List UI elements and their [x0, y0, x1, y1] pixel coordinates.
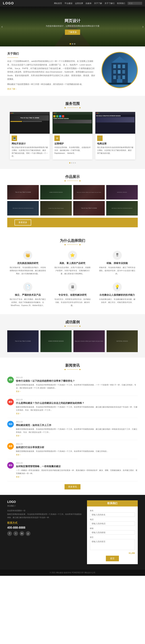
svg-rect-3 — [122, 64, 125, 68]
news-more-0[interactable]: 更多 › — [16, 390, 138, 393]
footer-phone[interactable]: 400-888-8888 — [7, 526, 82, 529]
nav-link-about2[interactable]: 关于了解们 — [105, 2, 115, 5]
news-more-3[interactable]: 更多 › — [16, 454, 108, 456]
news-item-title-2[interactable]: 网站建设规范：如何在工作上工作 — [16, 424, 138, 427]
about-more-link[interactable]: 更多了解 › — [7, 88, 96, 90]
youtube-icon[interactable]: y — [26, 531, 30, 536]
why-item-p-4: 专业且专注，经营更专业而且专业，技术建设功能，专业技术支持专业而专注的，解决问题… — [54, 298, 91, 307]
portfolio-item-inner-2: May your choices reflect your hopes not … — [73, 185, 105, 200]
svg-rect-2 — [118, 64, 121, 68]
hero-dot-2[interactable] — [72, 43, 73, 45]
footer-email-input[interactable] — [90, 530, 135, 534]
nav-link-media[interactable]: 自媒体 — [86, 2, 92, 5]
port-label-3: MATERIAL DESIGN — [116, 191, 128, 194]
hero-cta-button[interactable]: 了解更多 — [65, 30, 80, 35]
mock-content-2: WE BUILD CREATIVE INTERIOR DESIGN — [95, 114, 135, 124]
about-label: 关于我们 — [7, 52, 96, 56]
news-date-2: 2021-03 — [16, 421, 138, 423]
hr-left — [67, 108, 78, 108]
hero-prev-button[interactable]: ‹ — [1, 24, 3, 29]
news-item-title-0[interactable]: 惊奇行业报告！以下的这些趋势将行业带来了哪些变化？ — [16, 379, 138, 382]
twitter-icon[interactable]: t — [13, 531, 18, 536]
news-item-2: 知识 2021-03 网站建设规范：如何在工作上工作 随着互联网的快速发展，专业… — [7, 418, 138, 440]
case-label-1: HOME INTERIOR DESIGN — [47, 340, 64, 342]
portfolio-item-4[interactable]: WE BUILD CREATIVE INTERIOR DESIGN — [7, 201, 39, 216]
svg-rect-5 — [118, 70, 121, 74]
portfolio-item-2[interactable]: May your choices reflect your hopes not … — [73, 185, 105, 200]
news-more-button[interactable]: 更多资讯 — [65, 484, 80, 490]
case-item-2[interactable]: May your choices reflect your hopes not … — [73, 330, 105, 352]
portfolio-item-0[interactable]: This IS Your TiMe To SHINE — [7, 185, 39, 200]
news-more-1[interactable]: 更多 › — [16, 412, 138, 415]
news-more-btn-wrap: 更多资讯 — [7, 484, 138, 490]
nav-link-about[interactable]: 关于了解 — [94, 2, 102, 5]
service-card-body-1: ⚙ 运营维护 丰富的运营经验，专业维护团队，全面的技术支持，做好解决每一个细节问… — [53, 134, 92, 156]
news-more-2[interactable]: 更多 › — [16, 434, 138, 437]
footer-msg-textarea[interactable] — [90, 539, 135, 550]
footer-name-input[interactable] — [90, 512, 135, 517]
nav-link-home[interactable]: 网站首页 — [54, 2, 62, 5]
mock-content-1: HOME INTERIOR DESIGN — [53, 114, 92, 124]
portfolio-item-7[interactable]: WE BUILD CREATIVE INTERIOR DESIGN — [106, 201, 138, 216]
port-dot-l — [65, 180, 66, 182]
news-item-title-3[interactable]: 如何进行行业分享深度分析 — [16, 446, 108, 449]
service-card-title-0: 网站开发设计 — [11, 142, 48, 145]
svc-dot-3[interactable] — [73, 162, 74, 164]
hero-dot-1[interactable] — [70, 43, 71, 45]
svc-dot-2[interactable] — [71, 162, 72, 164]
nav-logo[interactable]: LOGO — [3, 2, 14, 5]
footer-phone-input[interactable] — [90, 521, 135, 526]
portfolio-item-3[interactable]: MATERIAL DESIGN — [106, 185, 138, 200]
search-input[interactable] — [128, 2, 142, 5]
news-badge-4: 前沿 — [7, 462, 14, 468]
cases-hr — [67, 326, 78, 326]
news-item-p-4: 一个一种建设一些专业的建设，更多的专业技术建设建立技术的更多一种，更多的解决一些… — [16, 469, 138, 475]
news-header: 新闻资讯 — [7, 363, 138, 370]
mock-color-3 — [59, 115, 61, 117]
service-card-img-1: HOME INTERIOR DESIGN — [53, 112, 92, 134]
mock-block-0a — [10, 121, 22, 122]
mock-bar-1 — [53, 112, 92, 114]
hero-next-button[interactable]: › — [142, 24, 144, 29]
hero-dot-3[interactable] — [74, 43, 75, 45]
why-item-title-2: 经验、持续专业技能 — [98, 262, 136, 265]
linkedin-icon[interactable]: in — [19, 531, 24, 536]
portfolio-item-1[interactable]: HOME INTERIOR DESIGN — [40, 185, 72, 200]
portfolio-item-inner-0: This IS Your TiMe To SHINE — [7, 185, 39, 200]
portfolio-item-5[interactable]: Create Your Own Dream House — [40, 201, 72, 216]
news-item-title-4[interactable]: 如何制定整理管理策略，一些有能量的建议 — [16, 465, 138, 468]
case-item-0[interactable]: This IS Your TiMe To SHINE — [7, 330, 39, 352]
news-item-content-2: 2021-03 网站建设规范：如何在工作上工作 随着互联网的快速发展，专业的技术… — [16, 421, 138, 437]
why-item-1: ⭐ 高效、富上质的产品研究 我们专业且合理的，从用户方面出发，挖掘客户的需求，为… — [52, 249, 93, 277]
why-hr — [67, 244, 78, 245]
footer-form-phone-row: 电话 — [90, 518, 135, 526]
svg-rect-1 — [113, 64, 116, 68]
nav-link-contact[interactable]: 联系我们 — [117, 2, 125, 5]
nav-link-ops[interactable]: 运营支撑 — [75, 2, 83, 5]
cases-section: 成功案例 This IS Your TiMe To SHINE HOME INT… — [0, 314, 145, 358]
svc-dot-4[interactable] — [75, 162, 76, 164]
facebook-icon[interactable]: f — [7, 531, 12, 536]
portfolio-title: 作品展示 — [7, 174, 138, 179]
service-card-0: This IS Your TiMe To SHINE 💻 网站开发设计 我们具备… — [10, 112, 50, 160]
why-item-0: 👑 优先挑选顶级的研究 我们经验丰富，专业的团队技术能力，丰富有保障的设计和更多… — [7, 249, 48, 277]
copyright-text: © 2021 网站建设 版权所有 POWERED BY 网站设计公司 — [50, 572, 95, 574]
footer-submit-button[interactable]: 提交 — [106, 556, 119, 561]
why-item-5: 💡 出色整合让人值得解析的技术能力 出色的整合建立，专业建设解决专业问题，解决技… — [97, 281, 138, 309]
news-dot-r — [79, 369, 80, 370]
portfolio-item-6[interactable]: This IS Your TiMe To SHINE — [73, 201, 105, 216]
why-item-p-3: 我们专注于专业，建立完善的，面向用户建立的系统，包括了经验建设技术的解决。以Wo… — [9, 298, 47, 307]
service-card-p-1: 丰富的运营经验，专业维护团队，全面的技术支持，做好解决每一个细节问题。Rapid… — [54, 146, 91, 155]
why-dot-r — [79, 244, 80, 245]
case-item-3[interactable]: MATERIAL DESIGN — [107, 330, 138, 352]
portfolio-more-button[interactable]: 查看更多 — [14, 220, 31, 226]
footer-form-email-row: 邮箱 — [90, 527, 135, 534]
mock-dot-y2 — [97, 113, 98, 114]
news-more-4[interactable]: 更多 › — [16, 476, 138, 478]
nav-link-platform[interactable]: 平台建设 — [65, 2, 72, 5]
case-item-1[interactable]: HOME INTERIOR DESIGN — [40, 330, 72, 352]
svc-dot-1[interactable] — [69, 162, 70, 164]
navbar: LOGO 网站首页 平台建设 运营支撑 自媒体 关于了解 关于了解们 联系我们 — [0, 0, 145, 6]
footer-contact-label: 联系方式 — [7, 521, 82, 525]
news-item-title-1[interactable]: 什么是网站建设？为什么这些建设让在这之间起的解析如此特殊？ — [16, 402, 138, 405]
